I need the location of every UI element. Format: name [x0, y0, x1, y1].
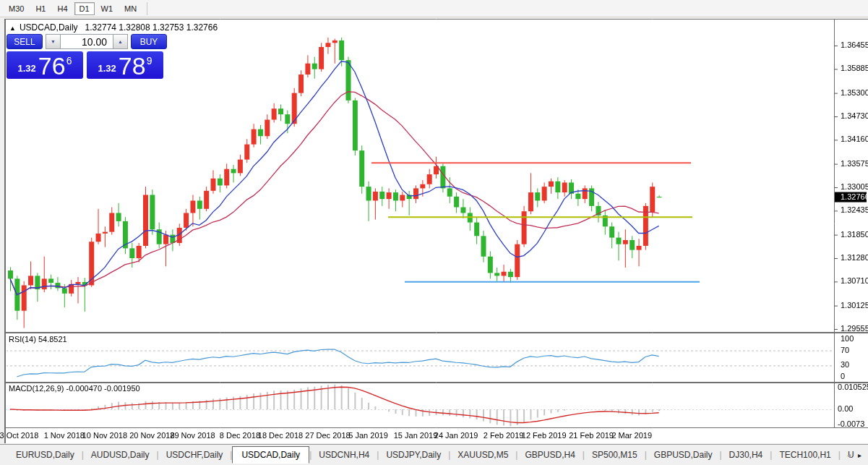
- tab-gbpusd-h4[interactable]: GBPUSD,H4: [517, 448, 582, 462]
- spin-up-icon: ▲: [118, 39, 123, 44]
- tab-usdcnh-h4[interactable]: USDCNH,H4: [311, 448, 377, 462]
- tab-usdcad-daily[interactable]: USDCAD,Daily: [232, 446, 309, 464]
- tab-eurusd-daily[interactable]: EURUSD,Daily: [9, 448, 82, 462]
- buy-price-big-digits: 78: [119, 55, 146, 77]
- timeframe-button-w1[interactable]: W1: [96, 2, 119, 15]
- volume-decrease-button[interactable]: ▼: [46, 34, 61, 49]
- toolbar-separator: [147, 2, 147, 15]
- tab-scroll-arrows: ◂▸: [843, 445, 865, 465]
- timeframe-button-h4[interactable]: H4: [52, 2, 72, 15]
- collapse-trade-panel-icon[interactable]: ▲: [9, 25, 16, 32]
- tab-sp500-m15[interactable]: SP500,M15: [585, 448, 645, 462]
- tab-xauusd-m5[interactable]: XAUUSD,M5: [450, 448, 515, 462]
- volume-increase-button[interactable]: ▲: [113, 34, 128, 49]
- sell-price-prefix: 1.32: [18, 63, 36, 74]
- scroll-tabs-left-icon[interactable]: ◂: [843, 450, 854, 461]
- volume-input[interactable]: 10.00: [61, 34, 113, 49]
- sell-price-tile[interactable]: 1.32766: [7, 51, 83, 79]
- sell-price-pipette: 6: [66, 55, 72, 67]
- chart-ohlc-values: 1.32774 1.32808 1.32753 1.32766: [85, 22, 218, 33]
- buy-price-prefix: 1.32: [98, 63, 116, 74]
- scroll-tabs-right-icon[interactable]: ▸: [854, 450, 865, 461]
- symbol-tab-bar: EURUSD,Daily|AUDUSD,Daily|USDCHF,Daily|U…: [0, 444, 868, 465]
- spin-down-icon: ▼: [51, 39, 56, 44]
- rsi-indicator-label: RSI(14) 54.8521: [9, 335, 67, 344]
- one-click-trade-widget: SELL ▼ 10.00 ▲ BUY 1.32766 1.32789: [7, 34, 167, 79]
- sell-button[interactable]: SELL: [7, 34, 43, 49]
- timeframe-toolbar: M30H1H4D1W1MN: [0, 0, 868, 17]
- buy-price-tile[interactable]: 1.32789: [87, 51, 163, 79]
- tab-gbpusd-daily[interactable]: GBPUSD,Daily: [647, 448, 720, 462]
- timeframe-button-h1[interactable]: H1: [30, 2, 51, 15]
- tab-usdjpy-daily[interactable]: USDJPY,Daily: [379, 448, 448, 462]
- buy-price-pipette: 9: [147, 55, 152, 67]
- sell-price-big-digits: 76: [38, 55, 66, 77]
- tab-dj30-h4[interactable]: DJ30,H4: [722, 448, 770, 462]
- timeframe-button-m30[interactable]: M30: [4, 2, 29, 15]
- tab-tech100-h1[interactable]: TECH100,H1: [772, 448, 838, 462]
- macd-indicator-label: MACD(12,26,9) -0.000470 -0.001950: [9, 384, 140, 393]
- timeframe-button-mn[interactable]: MN: [119, 2, 142, 15]
- chart-title: ▲USDCAD,Daily1.32774 1.32808 1.32753 1.3…: [9, 22, 218, 33]
- timeframe-button-d1[interactable]: D1: [74, 2, 95, 15]
- tab-audusd-daily[interactable]: AUDUSD,Daily: [84, 448, 157, 462]
- chart-symbol-label: USDCAD,Daily: [20, 22, 78, 33]
- buy-button[interactable]: BUY: [131, 34, 167, 49]
- trading-platform-window: M30H1H4D1W1MN ▲USDCAD,Daily1.32774 1.328…: [0, 0, 868, 465]
- tab-usdchf-daily[interactable]: USDCHF,Daily: [159, 448, 231, 462]
